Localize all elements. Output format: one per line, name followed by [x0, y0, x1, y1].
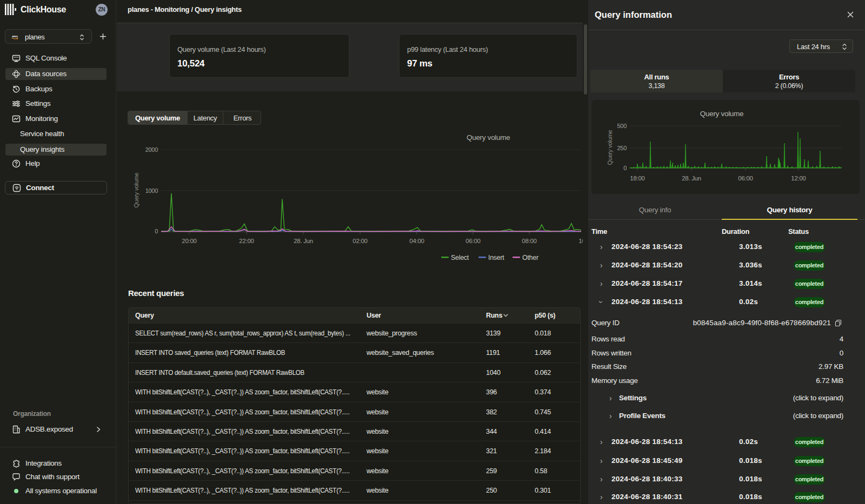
svg-text:28. Jun: 28. Jun: [682, 175, 701, 182]
svg-text:0: 0: [155, 228, 158, 234]
svg-text:500: 500: [617, 123, 627, 129]
svg-text:Insert: Insert: [488, 254, 504, 261]
svg-text:04:00: 04:00: [409, 238, 424, 244]
svg-text:aws: aws: [12, 35, 18, 38]
svg-text:12:00: 12:00: [791, 175, 806, 182]
svg-text:08:00: 08:00: [522, 238, 536, 244]
svg-text:22:00: 22:00: [239, 238, 254, 244]
svg-text:Other: Other: [522, 254, 538, 261]
svg-text:250: 250: [617, 145, 627, 151]
svg-text:18:00: 18:00: [630, 175, 644, 182]
svg-text:1000: 1000: [145, 187, 158, 194]
svg-text:2000: 2000: [145, 146, 158, 153]
svg-text:02:00: 02:00: [352, 238, 367, 244]
svg-text:28. Jun: 28. Jun: [294, 238, 313, 244]
svg-text:10:00: 10:00: [578, 238, 583, 244]
svg-text:0: 0: [623, 165, 627, 171]
svg-text:Select: Select: [451, 254, 469, 261]
svg-text:06:00: 06:00: [738, 175, 753, 182]
svg-text:20:00: 20:00: [182, 238, 196, 244]
svg-text:06:00: 06:00: [465, 238, 480, 244]
